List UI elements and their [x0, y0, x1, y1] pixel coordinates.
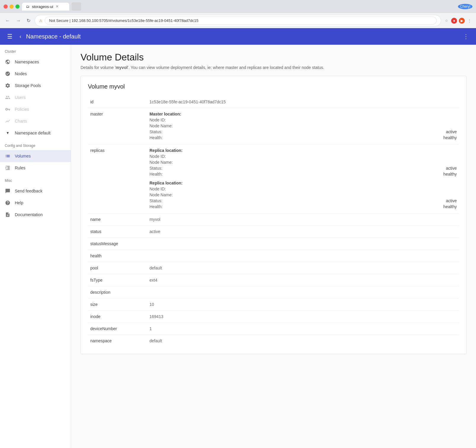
storage-pools-icon: [5, 83, 11, 89]
description-label: description: [88, 286, 147, 298]
table-row-description: description: [88, 286, 459, 298]
master-status-label: Status:: [149, 129, 191, 134]
sidebar-feedback-label: Send feedback: [15, 189, 42, 193]
fstype-label: fsType: [88, 274, 147, 286]
tab-close-button[interactable]: ✕: [56, 4, 59, 9]
replicas-label: replicas: [88, 144, 147, 213]
replica-2-status-label: Status:: [149, 198, 191, 203]
replica-block-1: Replica location: Node ID: Node Name:: [149, 148, 457, 177]
sidebar-policies-label: Policies: [15, 107, 29, 112]
master-node-name-label: Node Name:: [149, 123, 191, 128]
documentation-icon: [5, 212, 11, 218]
new-tab-button[interactable]: [72, 2, 81, 11]
table-row-namespace: namespace default: [88, 335, 459, 347]
nodes-icon: [5, 71, 11, 77]
volume-name-highlight: myvol: [116, 65, 128, 70]
replica-1-node-name-label: Node Name:: [149, 160, 191, 165]
volumes-icon: [5, 153, 11, 159]
maximize-dot[interactable]: [15, 4, 20, 9]
pool-label: pool: [88, 262, 147, 274]
replica-2-node-id-row: Node ID:: [149, 186, 457, 192]
menu-button[interactable]: ☰: [5, 30, 15, 42]
minimize-dot[interactable]: [9, 4, 14, 9]
replica-2-health-label: Health:: [149, 204, 191, 209]
namespace-label: namespace: [88, 335, 147, 347]
health-label: health: [88, 250, 147, 262]
sidebar-storage-pools-label: Storage Pools: [15, 83, 41, 88]
table-row-device-number: deviceNumber 1: [88, 323, 459, 335]
id-label: id: [88, 96, 147, 108]
ext-icon-2[interactable]: ▶: [459, 18, 465, 24]
size-value: 10: [147, 298, 459, 311]
inode-value: 169413: [147, 311, 459, 323]
replica-1-node-id-label: Node ID:: [149, 154, 191, 159]
cluster-section-label: Cluster: [0, 45, 71, 56]
forward-button[interactable]: →: [14, 17, 22, 25]
browser-tab[interactable]: 🗂 storageos-ui ✕: [22, 3, 69, 11]
master-health-value: healthy: [443, 135, 457, 140]
subtitle-prefix: Details for volume ': [81, 65, 116, 70]
description-value: [147, 286, 459, 298]
master-location-label: Master location:: [149, 112, 457, 116]
back-nav-button[interactable]: ‹: [17, 31, 24, 42]
reload-button[interactable]: ↻: [25, 17, 32, 25]
table-row-id: id 1c53e18e-55fe-ac19-0451-40f78ad7dc15: [88, 96, 459, 108]
inode-label: inode: [88, 311, 147, 323]
config-section-label: Config and Storage: [0, 139, 71, 150]
health-value: [147, 250, 459, 262]
content-area: Volume Details Details for volume 'myvol…: [71, 45, 476, 448]
sidebar-item-documentation[interactable]: Documentation: [0, 209, 71, 221]
table-row-replicas: replicas Replica location: Node ID:: [88, 144, 459, 213]
replica-2-node-name-label: Node Name:: [149, 192, 191, 197]
bookmark-icon[interactable]: ☆: [443, 18, 449, 24]
replica-1-status-row: Status: active: [149, 165, 457, 171]
pool-value: default: [147, 262, 459, 274]
browser-actions: ☆ ● ▶ ⋮: [443, 18, 472, 24]
sidebar-item-nodes[interactable]: Nodes: [0, 68, 71, 80]
replica-2-node-name-row: Node Name:: [149, 192, 457, 198]
page-title: Volume Details: [81, 52, 467, 63]
fstype-value: ext4: [147, 274, 459, 286]
sidebar-item-storage-pools[interactable]: Storage Pools: [0, 80, 71, 91]
detail-table: id 1c53e18e-55fe-ac19-0451-40f78ad7dc15 …: [88, 96, 459, 347]
back-button[interactable]: ←: [4, 17, 12, 25]
sidebar-users-label: Users: [15, 95, 26, 100]
sidebar-item-rules[interactable]: Rules: [0, 162, 71, 174]
sidebar-item-namespace-default[interactable]: ▼ Namespace default: [0, 127, 71, 139]
master-health-row: Health: healthy: [149, 135, 457, 141]
close-dot[interactable]: [4, 4, 8, 9]
replica-2-status-value: active: [446, 198, 457, 203]
status-label: status: [88, 226, 147, 238]
table-row-pool: pool default: [88, 262, 459, 274]
replica-2-node-id-label: Node ID:: [149, 187, 191, 191]
sidebar-item-help[interactable]: Help: [0, 197, 71, 209]
status-message-label: statusMessage: [88, 238, 147, 250]
table-row-name: name myvol: [88, 213, 459, 226]
sidebar-rules-label: Rules: [15, 166, 25, 170]
volume-detail-card: Volume myvol id 1c53e18e-55fe-ac19-0451-…: [81, 76, 467, 354]
name-value: myvol: [147, 213, 459, 226]
table-row-health: health: [88, 250, 459, 262]
master-status-row: Status: active: [149, 129, 457, 135]
replica-1-node-id-row: Node ID:: [149, 153, 457, 159]
replica-block-2: Replica location: Node ID: Node Name:: [149, 181, 457, 210]
card-title: Volume myvol: [88, 83, 459, 90]
sidebar-item-send-feedback[interactable]: Send feedback: [0, 185, 71, 197]
sidebar-nodes-label: Nodes: [15, 71, 27, 76]
sidebar-item-namespaces[interactable]: Namespaces: [0, 56, 71, 68]
sidebar-item-users: Users: [0, 91, 71, 103]
sidebar-namespaces-label: Namespaces: [15, 60, 39, 64]
size-label: size: [88, 298, 147, 311]
page-subtitle: Details for volume 'myvol'. You can view…: [81, 65, 467, 70]
address-bar[interactable]: ⚠ Not Secure | 192.168.50.100:5705/#/vol…: [35, 15, 441, 26]
charts-icon: [5, 118, 11, 124]
sidebar-documentation-label: Documentation: [15, 212, 43, 217]
more-button[interactable]: ⋮: [467, 18, 472, 24]
replica-1-status-label: Status:: [149, 166, 191, 171]
ext-icon-1[interactable]: ●: [451, 18, 457, 24]
name-label: name: [88, 213, 147, 226]
sidebar-item-volumes[interactable]: Volumes: [0, 150, 71, 162]
master-value: Master location: Node ID: Node Name:: [147, 108, 459, 144]
topbar-more-button[interactable]: ⋮: [461, 30, 471, 42]
namespace-expand-icon: ▼: [5, 130, 11, 136]
